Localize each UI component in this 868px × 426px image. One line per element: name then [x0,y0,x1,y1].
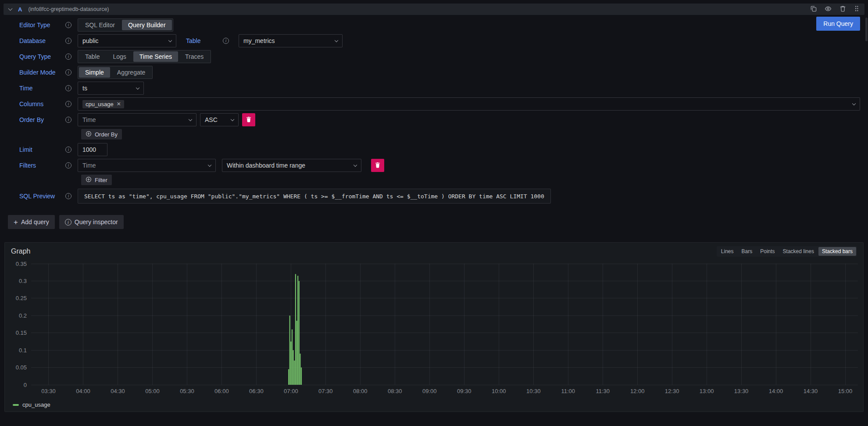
svg-text:06:00: 06:00 [214,388,229,394]
svg-text:14:30: 14:30 [804,388,818,394]
graph-panel: Graph Lines Bars Points Stacked lines St… [4,242,864,412]
query-ref-id[interactable]: A [18,6,22,13]
limit-label-wrap: Limit [19,146,78,153]
info-icon [65,22,71,28]
add-query-label: Add query [21,218,49,226]
query-inspector-button[interactable]: Query inspector [59,215,124,229]
duplicate-query-button[interactable] [810,5,817,13]
mode-option-stacked-bars[interactable]: Stacked bars [818,247,856,256]
copy-icon [810,5,817,13]
svg-text:11:00: 11:00 [561,388,575,394]
sql-preview-field: SELECT ts as "time", cpu_usage FROM "pub… [78,189,860,204]
info-icon [65,69,71,75]
filter-column-select[interactable]: Time [78,159,216,172]
legend-series-marker-icon [13,404,19,406]
filter-column-value: Time [82,162,96,169]
columns-label: Columns [19,100,43,107]
svg-text:09:30: 09:30 [457,388,472,394]
editor-type-field: SQL Editor Query Builder [78,18,860,32]
eye-icon [825,5,832,14]
query-type-option-logs[interactable]: Logs [107,51,132,62]
columns-multiselect[interactable]: cpu_usage ✕ [78,97,860,111]
row-query-type: Query Type Table Logs Time Series Traces [19,50,860,63]
editor-type-option-sql-editor[interactable]: SQL Editor [79,20,121,30]
add-filter-button[interactable]: Filter [81,175,112,185]
svg-text:09:00: 09:00 [422,388,437,394]
svg-text:0.1: 0.1 [19,347,27,354]
query-type-option-time-series[interactable]: Time Series [133,51,178,62]
legend-series-label[interactable]: cpu_usage [22,401,50,408]
editor-type-label: Editor Type [19,21,50,29]
database-select[interactable]: public [78,34,176,47]
filter-condition-select[interactable]: Within dashboard time range [222,159,361,172]
plus-circle-icon [86,176,92,184]
limit-input[interactable] [78,143,107,156]
row-order-by: Order By Time ASC [19,113,860,126]
database-label-wrap: Database [19,37,78,44]
column-tag-label: cpu_usage [86,101,114,107]
toggle-visibility-button[interactable] [825,5,832,14]
column-tag: cpu_usage ✕ [82,100,124,108]
svg-text:14:00: 14:00 [769,388,783,394]
svg-text:12:00: 12:00 [630,388,645,394]
plus-circle-icon [86,131,92,138]
query-header-left: A (info8fcc-greptimedb-datasource) [9,6,109,13]
row-add-filter: Filter [81,175,860,185]
order-by-direction-select[interactable]: ASC [200,113,239,126]
builder-mode-option-aggregate[interactable]: Aggregate [111,67,152,78]
mode-option-stacked-lines[interactable]: Stacked lines [779,247,818,256]
mode-option-bars[interactable]: Bars [738,247,756,256]
remove-tag-icon[interactable]: ✕ [117,101,121,107]
svg-text:15:00: 15:00 [838,388,853,394]
time-column-select[interactable]: ts [78,82,144,95]
collapse-chevron-icon[interactable] [8,6,13,11]
info-icon [65,38,71,44]
panel-title: Graph [11,247,30,255]
query-type-label-wrap: Query Type [19,53,78,60]
database-field: public Table my_metrics [78,34,860,47]
info-icon [65,162,71,168]
chevron-down-icon [189,117,192,121]
svg-text:0.35: 0.35 [16,261,27,267]
editor-footer: Add query Query inspector [8,215,864,229]
editor-type-toggle: SQL Editor Query Builder [78,18,173,32]
svg-text:13:00: 13:00 [700,388,714,394]
add-order-by-button[interactable]: Order By [81,129,122,140]
builder-mode-option-simple[interactable]: Simple [79,67,110,78]
info-icon [65,117,71,123]
svg-text:07:00: 07:00 [284,388,298,394]
row-add-order-by: Order By [81,129,860,140]
order-by-field: Time ASC [78,113,860,126]
info-icon [65,101,71,107]
query-editor: A (info8fcc-greptimedb-datasource) [4,4,864,208]
run-query-button[interactable]: Run Query [816,17,860,31]
table-select[interactable]: my_metrics [239,34,343,47]
sql-preview-code: SELECT ts as "time", cpu_usage FROM "pub… [78,189,551,204]
mode-option-points[interactable]: Points [757,247,778,256]
query-type-option-traces[interactable]: Traces [179,51,210,62]
chart-legend: cpu_usage [8,400,860,409]
editor-type-label-wrap: Editor Type [19,21,78,29]
scrollbar-thumb[interactable] [865,18,868,41]
svg-text:11:30: 11:30 [596,388,610,394]
editor-type-option-query-builder[interactable]: Query Builder [122,20,172,30]
query-inspector-label: Query inspector [75,218,118,226]
order-by-column-select[interactable]: Time [78,113,196,126]
page: A (info8fcc-greptimedb-datasource) [0,0,868,426]
drag-handle[interactable] [854,5,859,13]
svg-text:05:30: 05:30 [180,388,194,394]
remove-filter-button[interactable] [371,159,384,172]
chevron-down-icon [208,163,211,166]
filters-field: Time Within dashboard time range [78,159,860,172]
query-header: A (info8fcc-greptimedb-datasource) [4,4,864,15]
query-type-option-table[interactable]: Table [79,51,106,62]
add-query-button[interactable]: Add query [8,215,55,229]
info-icon [223,38,229,44]
mode-option-lines[interactable]: Lines [718,247,737,256]
delete-query-button[interactable] [839,5,846,13]
remove-order-by-button[interactable] [242,113,255,126]
time-label-wrap: Time [19,85,78,92]
time-label: Time [19,85,33,92]
filters-label: Filters [19,162,36,169]
plus-icon [14,218,18,226]
